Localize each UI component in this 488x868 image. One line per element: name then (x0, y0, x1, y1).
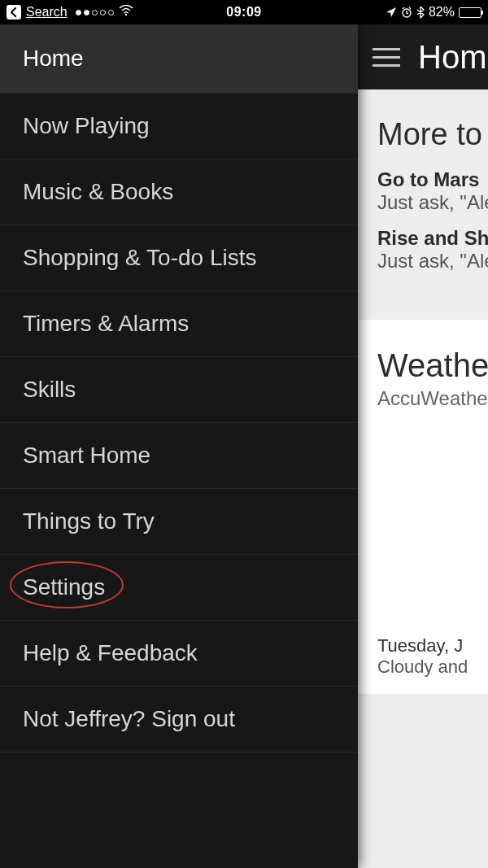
sidebar-item-home[interactable]: Home (0, 24, 358, 94)
forecast-block: Tuesday, J Cloudy and (377, 635, 488, 678)
status-time: 09:09 (0, 5, 488, 20)
suggestion-sub: Just ask, "Alexa… (377, 250, 488, 273)
forecast-desc: Cloudy and (377, 656, 488, 678)
weather-card[interactable]: Weather AccuWeather Tuesday, J Cloudy an… (358, 320, 488, 694)
sidebar-item-timers-alarms[interactable]: Timers & Alarms (0, 291, 358, 357)
sidebar-item-settings[interactable]: Settings (0, 555, 358, 621)
sidebar-item-label: Home (23, 46, 84, 71)
status-bar: Search 09:09 82% (0, 0, 488, 24)
sidebar-item-label: Music & Books (23, 179, 173, 204)
main-header: Home (358, 24, 488, 89)
battery-icon (459, 7, 481, 18)
sidebar-item-now-playing[interactable]: Now Playing (0, 94, 358, 159)
weather-heading: Weather (377, 347, 488, 384)
sidebar-item-label: Skills (23, 377, 76, 402)
sidebar-item-shopping-todo[interactable]: Shopping & To-do Lists (0, 225, 358, 291)
sidebar-item-label: Shopping & To-do Lists (23, 245, 256, 270)
main-body: More to try Go to Mars Just ask, "Alexa…… (358, 89, 488, 868)
main-content: Home More to try Go to Mars Just ask, "A… (358, 24, 488, 868)
sidebar-item-things-to-try[interactable]: Things to Try (0, 489, 358, 555)
suggestion-row[interactable]: Rise and Shine Just ask, "Alexa… (377, 227, 488, 273)
sidebar-item-label: Settings (23, 574, 105, 600)
suggestion-title: Go to Mars (377, 168, 488, 191)
suggestion-sub: Just ask, "Alexa… (377, 191, 488, 214)
weather-provider: AccuWeather (377, 387, 488, 410)
sidebar-item-label: Now Playing (23, 113, 150, 138)
suggestion-title: Rise and Shine (377, 227, 488, 250)
sidebar-item-smart-home[interactable]: Smart Home (0, 423, 358, 489)
sidebar-item-label: Help & Feedback (23, 640, 198, 665)
sidebar-item-help-feedback[interactable]: Help & Feedback (0, 621, 358, 687)
sidebar-item-sign-out[interactable]: Not Jeffrey? Sign out (0, 687, 358, 752)
sidebar-item-label: Timers & Alarms (23, 311, 189, 336)
sidebar-item-label: Smart Home (23, 443, 150, 468)
sidebar-item-label: Things to Try (23, 508, 155, 534)
more-to-try-card: More to try Go to Mars Just ask, "Alexa…… (358, 89, 488, 308)
sidebar-item-skills[interactable]: Skills (0, 357, 358, 423)
main-title: Home (418, 39, 488, 76)
hamburger-icon[interactable] (373, 48, 400, 67)
forecast-day: Tuesday, J (377, 635, 488, 656)
card-heading: More to try (377, 117, 488, 152)
sidebar-drawer: Home Now Playing Music & Books Shopping … (0, 24, 358, 868)
suggestion-row[interactable]: Go to Mars Just ask, "Alexa… (377, 168, 488, 214)
sidebar-item-music-books[interactable]: Music & Books (0, 159, 358, 225)
sidebar-item-label: Not Jeffrey? Sign out (23, 706, 235, 731)
